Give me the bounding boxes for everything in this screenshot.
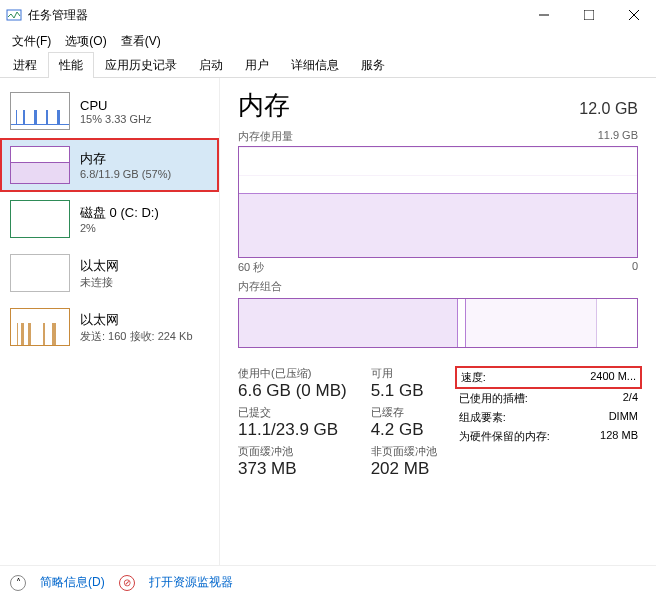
memory-total: 12.0 GB (579, 100, 638, 118)
perf-sidebar: CPU15% 3.33 GHz 内存6.8/11.9 GB (57%) 磁盘 0… (0, 78, 220, 565)
ethernet2-thumb-icon (10, 308, 70, 346)
tab-details[interactable]: 详细信息 (280, 52, 350, 78)
title-bar: 任务管理器 (0, 0, 656, 30)
stats-left: 使用中(已压缩)6.6 GB (0 MB) 可用5.1 GB 已提交11.1/2… (238, 366, 437, 479)
tab-bar: 进程 性能 应用历史记录 启动 用户 详细信息 服务 (0, 52, 656, 78)
usage-chart-max: 11.9 GB (598, 129, 638, 144)
tab-performance[interactable]: 性能 (48, 52, 94, 78)
chevron-up-icon[interactable]: ˄ (10, 575, 26, 591)
svg-rect-2 (584, 10, 594, 20)
stat-hwreserved: 为硬件保留的内存:128 MB (459, 427, 638, 446)
menu-view[interactable]: 查看(V) (115, 31, 167, 52)
tab-app-history[interactable]: 应用历史记录 (94, 52, 188, 78)
memory-usage-chart (238, 146, 638, 258)
window-title: 任务管理器 (28, 7, 521, 24)
sidebar-item-ethernet-2[interactable]: 以太网发送: 160 接收: 224 Kb (0, 300, 219, 354)
menu-bar: 文件(F) 选项(O) 查看(V) (0, 30, 656, 52)
sidebar-item-disk[interactable]: 磁盘 0 (C: D:)2% (0, 192, 219, 246)
cpu-thumb-icon (10, 92, 70, 130)
tab-processes[interactable]: 进程 (2, 52, 48, 78)
close-button[interactable] (611, 0, 656, 30)
memory-thumb-icon (10, 146, 70, 184)
tab-startup[interactable]: 启动 (188, 52, 234, 78)
stat-speed: 速度:2400 M... (455, 366, 642, 389)
page-title: 内存 (238, 88, 290, 123)
open-resmon-link[interactable]: 打开资源监视器 (149, 574, 233, 591)
sidebar-item-ethernet-1[interactable]: 以太网未连接 (0, 246, 219, 300)
stat-formfactor: 组成要素:DIMM (459, 408, 638, 427)
app-icon (6, 7, 22, 23)
footer: ˄ 简略信息(D) ⊘ 打开资源监视器 (0, 565, 656, 599)
main-panel: 内存 12.0 GB 内存使用量 11.9 GB 60 秒 0 内存组合 使用中… (220, 78, 656, 565)
stat-slots: 已使用的插槽:2/4 (459, 389, 638, 408)
maximize-button[interactable] (566, 0, 611, 30)
usage-chart-label: 内存使用量 (238, 129, 293, 144)
tab-services[interactable]: 服务 (350, 52, 396, 78)
tab-users[interactable]: 用户 (234, 52, 280, 78)
stats-right: 速度:2400 M... 已使用的插槽:2/4 组成要素:DIMM 为硬件保留的… (459, 366, 638, 479)
comp-chart-label: 内存组合 (238, 279, 282, 294)
resmon-icon: ⊘ (119, 575, 135, 591)
disk-thumb-icon (10, 200, 70, 238)
ethernet-thumb-icon (10, 254, 70, 292)
sidebar-item-memory[interactable]: 内存6.8/11.9 GB (57%) (0, 138, 219, 192)
sidebar-item-cpu[interactable]: CPU15% 3.33 GHz (0, 84, 219, 138)
memory-composition-chart (238, 298, 638, 348)
minimize-button[interactable] (521, 0, 566, 30)
menu-file[interactable]: 文件(F) (6, 31, 57, 52)
simple-view-link[interactable]: 简略信息(D) (40, 574, 105, 591)
menu-options[interactable]: 选项(O) (59, 31, 112, 52)
